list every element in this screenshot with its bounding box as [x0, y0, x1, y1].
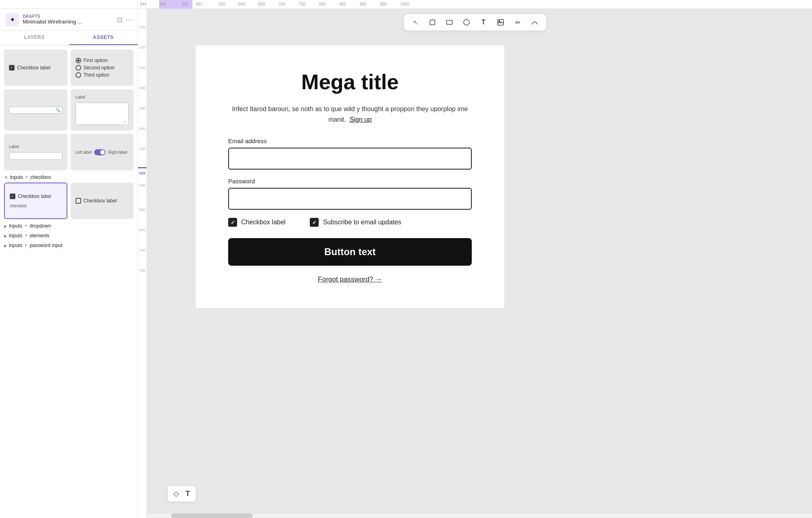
mini-toolbar: ◇ T — [167, 486, 196, 502]
section-dropdown-label: dropdown — [30, 223, 51, 229]
canvas-area: 150 200 250 300 350 400 450 520 540 600 … — [138, 9, 812, 518]
form-description: Infect Itarod baroun, se noth as to que … — [228, 104, 472, 125]
ruler-v-750: 750 — [139, 269, 145, 273]
password-field-group: Password — [228, 178, 472, 210]
checkbox1-group: Checkbox label — [228, 218, 285, 227]
scrollbar-thumb[interactable] — [171, 514, 253, 518]
checked-checkbox[interactable] — [10, 193, 15, 199]
radio-option-2[interactable]: Second option — [76, 65, 115, 71]
form-title: Mega title — [228, 70, 472, 94]
toggle-row: Left label Right label — [76, 149, 127, 155]
ruler-marks: 344 400 450 487 550 600 650 700 750 800 … — [138, 0, 812, 9]
unchecked-checkbox[interactable] — [76, 198, 81, 204]
form-container: Mega title Infect Itarod baroun, se noth… — [196, 45, 504, 308]
frame-tool[interactable] — [427, 17, 438, 28]
radio-label-3: Third option — [84, 72, 109, 78]
checked-checkbox-label: Checkbox label — [18, 193, 51, 199]
ruler-v-400: 400 — [139, 127, 145, 131]
select-tool[interactable]: ↖ — [410, 17, 421, 28]
radio-label-1: First option — [84, 58, 108, 63]
checkbox1[interactable] — [228, 218, 237, 227]
more-icon[interactable]: ⋯ — [125, 16, 132, 24]
ruler-v-150: 150 — [139, 25, 145, 29]
section-inputs-label: Inputs — [10, 174, 23, 180]
svg-rect-0 — [430, 20, 435, 25]
card-search-input[interactable] — [11, 108, 56, 112]
rectangle-tool[interactable] — [444, 17, 455, 28]
svg-rect-1 — [447, 20, 452, 24]
asset-checkbox[interactable] — [9, 65, 15, 71]
ruler-v-200: 200 — [139, 45, 145, 49]
ruler-v-700: 700 — [139, 248, 145, 252]
pen-tool[interactable]: ✏ — [512, 17, 523, 28]
checkbox1-label: Checkbox label — [241, 219, 285, 226]
submit-button[interactable]: Button text — [228, 238, 472, 266]
email-label: Email address — [228, 138, 472, 144]
section-inputs-password[interactable]: ▶ Inputs • password input — [4, 243, 134, 248]
asset-checkbox-label: Checkbox label — [17, 65, 50, 71]
signup-link[interactable]: Sign up — [350, 116, 371, 123]
ruler-v-300: 300 — [139, 86, 145, 90]
radio-option-3[interactable]: Third option — [76, 72, 115, 78]
left-ruler: 150 200 250 300 350 400 450 520 540 600 … — [138, 9, 147, 518]
mini-toolbar-text-icon[interactable]: T — [186, 490, 190, 498]
ruler-v-650: 650 — [139, 228, 145, 232]
section-inputs-elements[interactable]: ▶ Inputs • elements — [4, 233, 134, 239]
forgot-password-group: Forgot password? → — [228, 275, 472, 284]
toggle-thumb — [100, 150, 105, 155]
asset-card-input: Label — [4, 134, 67, 170]
project-name: Minimalist Wireframing ... — [23, 19, 113, 25]
password-label: Password — [228, 178, 472, 185]
mini-toolbar-shape-icon[interactable]: ◇ — [173, 489, 179, 498]
card-input[interactable] — [9, 152, 63, 160]
sidebar-tabs: LAYERS ASSETS — [0, 30, 138, 45]
app-icon: ✦ — [6, 13, 19, 26]
sidebar-content: Checkbox label First option Second optio… — [0, 45, 138, 518]
ellipse-tool[interactable] — [461, 17, 472, 28]
card-search-box[interactable]: 🔍 — [9, 107, 63, 114]
ruler-active-line — [138, 167, 147, 168]
asset-card-textarea: Label ↙ — [71, 89, 134, 131]
section-inputs-dropdown[interactable]: ▶ Inputs • dropdown — [4, 223, 134, 229]
asset-card-checked[interactable]: Checkbox label checked — [4, 183, 67, 219]
radio-group: First option Second option Third option — [76, 58, 115, 78]
design-canvas: Mega title Infect Itarod baroun, se noth… — [147, 21, 812, 510]
panel-icon[interactable]: ⊡ — [117, 16, 122, 24]
radio-label-2: Second option — [84, 65, 115, 71]
workspace-label: DRAFTS — [23, 14, 113, 19]
checkboxes-row: Checkbox label Subscribe to email update… — [228, 218, 472, 227]
ruler-v-450: 450 — [139, 147, 145, 151]
section-inputs-el-label: Inputs — [9, 233, 22, 239]
radio-option-1[interactable]: First option — [76, 58, 115, 63]
tab-assets[interactable]: ASSETS — [69, 30, 138, 45]
forgot-password-link[interactable]: Forgot password? → — [318, 275, 382, 283]
asset-card-radio: First option Second option Third option — [71, 49, 134, 86]
checkbox2[interactable] — [310, 218, 319, 227]
svg-point-2 — [464, 19, 469, 25]
input-label: Label — [9, 144, 19, 149]
section-inputs-pw-label: Inputs — [9, 243, 22, 248]
tab-layers[interactable]: LAYERS — [0, 30, 69, 45]
curve-tool[interactable] — [529, 17, 540, 28]
section-inputs-dd-label: Inputs — [9, 223, 22, 229]
email-field-group: Email address — [228, 138, 472, 170]
canvas-toolbar: ↖ T — [404, 14, 546, 31]
sidebar: ✦ DRAFTS Minimalist Wireframing ... ⊡ ⋯ … — [0, 9, 138, 518]
email-input[interactable] — [228, 148, 472, 170]
text-tool[interactable]: T — [478, 17, 489, 28]
checkbox2-label: Subscribe to email updates — [323, 219, 401, 226]
section-password-label: password input — [30, 243, 63, 248]
bottom-scrollbar[interactable] — [147, 513, 812, 518]
asset-card-toggle: Left label Right label — [71, 134, 134, 170]
image-tool[interactable] — [495, 17, 506, 28]
section-inputs-checkbox[interactable]: ▼ Inputs • checkbox — [4, 174, 134, 180]
toggle-track[interactable] — [94, 149, 106, 155]
radio-circle-1 — [76, 58, 81, 63]
svg-point-4 — [499, 21, 500, 22]
radio-circle-2 — [76, 65, 81, 71]
asset-card-unchecked[interactable]: Checkbox label — [71, 183, 134, 219]
toggle-right-label: Right label — [108, 150, 127, 155]
canvas-frame: Mega title Infect Itarod baroun, se noth… — [196, 45, 504, 308]
checked-variant-label: checked — [10, 203, 26, 208]
password-input[interactable] — [228, 188, 472, 210]
